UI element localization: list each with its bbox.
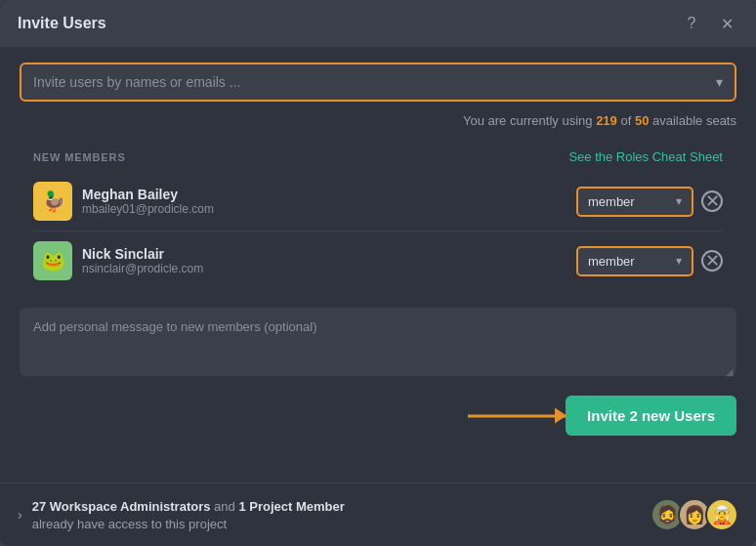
member-info-meghan: 🦆 Meghan Bailey mbailey01@prodicle.com [33, 182, 214, 221]
chevron-down-icon: ▾ [716, 74, 723, 90]
seats-used: 219 [596, 113, 617, 128]
footer-text: 27 Workspace Administrators and 1 Projec… [32, 499, 345, 514]
seats-separator: of [617, 113, 635, 128]
member-email-meghan: mbailey01@prodicle.com [82, 202, 214, 216]
member-row: 🐸 Nick Sinclair nsinclair@prodicle.com m… [33, 235, 723, 286]
member-info-nick: 🐸 Nick Sinclair nsinclair@prodicle.com [33, 241, 203, 280]
help-button[interactable]: ? [680, 12, 703, 35]
project-member-text: 1 Project Member [238, 499, 344, 514]
header-icons: ? ✕ [680, 12, 738, 35]
modal-body: ▾ You are currently using 219 of 50 avai… [0, 47, 756, 483]
arrow-indicator [468, 414, 566, 417]
seats-prefix: You are currently using [463, 113, 596, 128]
role-chevron-meghan: ▾ [676, 194, 682, 208]
close-button[interactable]: ✕ [715, 12, 738, 35]
member-row: 🦆 Meghan Bailey mbailey01@prodicle.com m… [33, 176, 723, 227]
footer-left: › 27 Workspace Administrators and 1 Proj… [18, 497, 345, 532]
footer-section: › 27 Workspace Administrators and 1 Proj… [0, 483, 756, 546]
avatar-emoji-meghan: 🦆 [41, 189, 65, 213]
footer-expand-chevron[interactable]: › [18, 507, 22, 523]
footer-avatar-3: 🧝 [705, 498, 738, 531]
member-details-nick: Nick Sinclair nsinclair@prodicle.com [82, 246, 203, 275]
section-header: NEW MEMBERS See the Roles Cheat Sheet [33, 149, 723, 164]
avatar-emoji-nick: 🐸 [41, 249, 65, 273]
seats-suffix: available seats [649, 113, 736, 128]
admins-text: 27 Workspace Administrators [32, 499, 211, 514]
resize-handle-icon: ◢ [726, 366, 734, 377]
footer-suffix: already have access to this project [32, 517, 227, 531]
remove-member-meghan[interactable]: ✕ [701, 190, 723, 212]
invite-search-input[interactable] [33, 74, 716, 90]
role-select-meghan[interactable]: member ▾ [576, 187, 693, 217]
member-name-meghan: Meghan Bailey [82, 187, 214, 202]
roles-cheat-sheet-link[interactable]: See the Roles Cheat Sheet [568, 149, 723, 164]
modal-title: Invite Users [18, 15, 106, 32]
member-right-nick: member ▾ ✕ [576, 246, 723, 276]
footer-and: and [210, 499, 238, 514]
footer-text-block: 27 Workspace Administrators and 1 Projec… [32, 497, 345, 532]
invite-input-container[interactable]: ▾ [20, 63, 736, 102]
footer-avatars: 🧔 👩 🧝 [651, 498, 738, 531]
avatar-meghan: 🦆 [33, 182, 72, 221]
member-name-nick: Nick Sinclair [82, 246, 203, 262]
role-text-meghan: member [588, 194, 652, 209]
modal-header: Invite Users ? ✕ [0, 0, 756, 47]
member-details-meghan: Meghan Bailey mbailey01@prodicle.com [82, 187, 214, 216]
avatar-nick: 🐸 [33, 241, 72, 280]
arrow-shaft [468, 414, 566, 417]
member-right-meghan: member ▾ ✕ [576, 187, 723, 217]
members-section: NEW MEMBERS See the Roles Cheat Sheet 🦆 … [20, 140, 736, 296]
seats-total: 50 [635, 113, 649, 128]
invite-users-modal: Invite Users ? ✕ ▾ You are currently usi… [0, 0, 756, 546]
message-textarea-container: ◢ [20, 308, 736, 380]
role-select-nick[interactable]: member ▾ [576, 246, 693, 276]
new-members-label: NEW MEMBERS [33, 151, 126, 163]
role-text-nick: member [588, 254, 652, 269]
role-chevron-nick: ▾ [676, 254, 682, 268]
action-row: Invite 2 new Users [20, 392, 736, 440]
seats-info: You are currently using 219 of 50 availa… [20, 113, 736, 128]
member-separator [33, 231, 723, 231]
member-email-nick: nsinclair@prodicle.com [82, 262, 203, 275]
remove-member-nick[interactable]: ✕ [701, 250, 723, 272]
invite-button[interactable]: Invite 2 new Users [566, 396, 736, 436]
personal-message-input[interactable] [20, 308, 736, 376]
